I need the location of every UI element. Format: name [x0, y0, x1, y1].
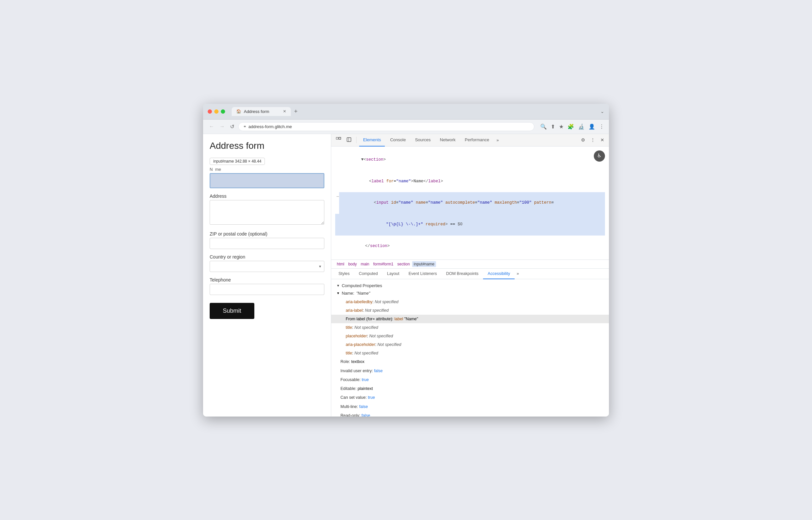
svg-rect-0	[336, 137, 338, 139]
label-ref: label	[394, 317, 403, 321]
element-tooltip: input#name 342.88 × 48.44	[210, 158, 265, 165]
aria-labelledby-row: aria-labelledby: Not specified	[336, 297, 604, 306]
breadcrumb-bar: html body main form#form1 section input#…	[331, 260, 609, 269]
title-key-2: title	[346, 351, 352, 356]
editable-row: Editable: plaintext	[336, 384, 604, 393]
dom-line-input-cont[interactable]: "[\p{L} \-\.]+" required> == $0	[335, 214, 605, 236]
country-select-wrap: ▾	[210, 261, 324, 272]
focusable-value: true	[362, 378, 369, 382]
address-toolbar: 🔍 ⬆ ★ 🧩 🔬 👤 ⋮	[540, 124, 604, 130]
tab-expand-icon: ⌄	[600, 109, 604, 114]
toolbar-separator	[356, 137, 357, 143]
forward-button[interactable]: →	[218, 123, 226, 130]
sub-tab-event-listeners[interactable]: Event Listeners	[404, 269, 441, 279]
address-bar: ← → ↺ ⚭ address-form.glitch.me 🔍 ⬆ ★ 🧩 🔬…	[203, 120, 609, 134]
sub-tab-computed[interactable]: Computed	[354, 269, 382, 279]
fullscreen-button[interactable]	[221, 109, 225, 114]
tab-close-button[interactable]: ✕	[283, 109, 286, 114]
readonly-label: Read-only:	[340, 413, 361, 417]
invalid-row: Invalid user entry: false	[336, 367, 604, 375]
can-set-value-label: Can set value:	[340, 395, 368, 400]
devtools-icon[interactable]: 🔬	[578, 124, 585, 130]
address-group: Address	[210, 193, 324, 226]
back-button[interactable]: ←	[208, 123, 215, 130]
placeholder-value: Not specified	[370, 334, 393, 338]
close-button[interactable]	[208, 109, 212, 114]
submit-button[interactable]: Submit	[210, 303, 254, 319]
browser-window: 🏠 Address form ✕ + ⌄ ← → ↺ ⚭ address-for…	[203, 104, 609, 417]
sub-tabs: Styles Computed Layout Event Listeners D…	[331, 269, 609, 279]
computed-properties-header[interactable]: ▼ Computed Properties	[336, 283, 604, 288]
name-input[interactable]	[210, 173, 324, 188]
title-value-2: Not specified	[354, 351, 378, 356]
svg-rect-1	[339, 137, 341, 139]
menu-icon[interactable]: ⋮	[599, 124, 604, 130]
title-row-1: title: Not specified	[336, 323, 604, 332]
crumb-form[interactable]: form#form1	[372, 261, 395, 267]
more-tabs-button[interactable]: »	[494, 136, 501, 144]
dom-line-label[interactable]: <label for="name">Name</label>	[335, 171, 605, 192]
svg-rect-2	[347, 138, 351, 141]
search-icon[interactable]: 🔍	[540, 124, 547, 130]
country-group: Country or region ▾	[210, 254, 324, 272]
sub-tab-layout[interactable]: Layout	[382, 269, 404, 279]
devtools-panel: Elements Console Sources Network Perform…	[331, 134, 609, 417]
tab-bar: 🏠 Address form ✕ + ⌄	[232, 107, 604, 116]
refresh-button[interactable]: ↺	[229, 123, 236, 130]
crumb-html[interactable]: html	[335, 261, 346, 267]
collapse-triangle[interactable]: ▼	[361, 157, 364, 162]
extensions-icon[interactable]: 🧩	[567, 124, 574, 130]
more-sub-tabs-button[interactable]: »	[515, 269, 521, 279]
tab-performance[interactable]: Performance	[461, 134, 493, 147]
tab-console[interactable]: Console	[386, 134, 410, 147]
telephone-group: Telephone	[210, 277, 324, 295]
name-value: "Name"	[356, 291, 370, 296]
bookmark-icon[interactable]: ★	[559, 124, 563, 130]
section-triangle-icon: ▼	[336, 284, 340, 287]
tab-network[interactable]: Network	[436, 134, 460, 147]
aria-labelledby-value: Not specified	[375, 300, 398, 304]
share-icon[interactable]: ⬆	[551, 124, 555, 130]
tab-sources[interactable]: Sources	[411, 134, 435, 147]
zip-input[interactable]	[210, 238, 324, 249]
zip-group: ZIP or postal code (optional)	[210, 231, 324, 249]
telephone-label: Telephone	[210, 277, 324, 283]
devtools-close-button[interactable]: ✕	[599, 136, 606, 144]
multiline-row: Multi-line: false	[336, 402, 604, 411]
name-triangle-icon: ▼	[336, 291, 340, 295]
dom-line-input[interactable]: <input id="name" name="name" autocomplet…	[339, 192, 605, 214]
dom-line-section-close[interactable]: </section>	[335, 236, 605, 257]
devtools-settings-button[interactable]: ⚙	[579, 136, 587, 144]
role-value: textbox	[351, 359, 364, 364]
profile-icon[interactable]: 👤	[588, 124, 595, 130]
from-label-text: From label (for= attribute):	[346, 317, 394, 321]
aria-placeholder-key: aria-placeholder	[346, 342, 375, 347]
active-tab[interactable]: 🏠 Address form ✕	[232, 107, 291, 116]
crumb-section[interactable]: section	[396, 261, 411, 267]
multiline-label: Multi-line:	[340, 405, 359, 409]
title-value-1: Not specified	[354, 325, 378, 330]
dom-line-section[interactable]: ▼<section>	[335, 149, 605, 171]
crumb-body[interactable]: body	[347, 261, 358, 267]
label-name-value: "Name"	[403, 317, 418, 321]
dom-line-input-wrap: … <input id="name" name="name" autocompl…	[335, 192, 605, 214]
country-select[interactable]	[210, 261, 324, 272]
cursor-tool-button[interactable]	[334, 136, 343, 145]
sub-tab-accessibility[interactable]: Accessibility	[483, 269, 515, 279]
accessibility-icon[interactable]: ♿	[594, 151, 605, 162]
sub-tab-dom-breakpoints[interactable]: DOM Breakpoints	[441, 269, 483, 279]
telephone-input[interactable]	[210, 284, 324, 295]
tab-elements[interactable]: Elements	[359, 134, 385, 147]
minimize-button[interactable]	[214, 109, 219, 114]
name-property-row[interactable]: ▼ Name: "Name"	[336, 291, 604, 296]
devtools-more-button[interactable]: ⋮	[588, 136, 597, 144]
element-picker-button[interactable]	[345, 136, 354, 145]
address-input[interactable]: ⚭ address-form.glitch.me	[238, 122, 534, 131]
new-tab-button[interactable]: +	[292, 108, 300, 115]
main-content: Address form input#name 342.88 × 48.44 N…	[203, 134, 609, 417]
aria-placeholder-value: Not specified	[378, 342, 401, 347]
crumb-input[interactable]: input#name	[412, 261, 436, 267]
address-textarea[interactable]	[210, 200, 324, 225]
crumb-main[interactable]: main	[359, 261, 371, 267]
sub-tab-styles[interactable]: Styles	[334, 269, 354, 279]
